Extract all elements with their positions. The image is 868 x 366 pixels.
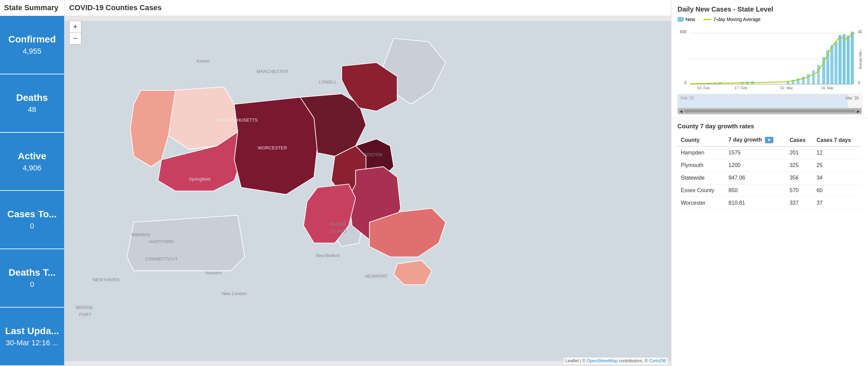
table-row: Worcester 810.81 337 37: [677, 197, 862, 209]
deaths-total-value: 0: [3, 280, 61, 289]
rhode-island-label2: ISLAND: [330, 228, 347, 234]
waterbury-label: Waterbury: [131, 232, 151, 237]
last-updated-label: Last Upda...: [3, 326, 61, 336]
deaths-value: 48: [3, 105, 61, 114]
legend-new: New: [677, 17, 695, 22]
cell-county: Plymouth: [677, 159, 725, 172]
svg-text:16. Mar: 16. Mar: [821, 86, 834, 90]
table-body: Hampden 1575 201 12 Plymouth 1200 325 25…: [677, 146, 862, 209]
cell-cases: 201: [786, 146, 813, 159]
svg-text:400: 400: [858, 30, 862, 34]
table-title: County 7 day growth rates: [677, 123, 862, 130]
cell-growth: 1575: [725, 146, 786, 159]
last-updated-item: Last Upda... 30-Mar 12:16 ...: [0, 308, 64, 366]
cell-growth: 810.81: [725, 197, 786, 209]
cases-total-value: 0: [3, 222, 61, 231]
worcester-county-label: WORCESTER: [258, 145, 287, 150]
table-section: County 7 day growth rates County 7 day g…: [671, 118, 868, 366]
deaths-item: Deaths 48: [0, 74, 64, 133]
map-panel: COVID-19 Counties Cases + −: [64, 0, 671, 366]
cell-cases7: 60: [813, 184, 862, 197]
chart-title: Daily New Cases - State Level: [677, 5, 862, 13]
active-label: Active: [3, 151, 61, 162]
svg-rect-46: [830, 45, 833, 84]
svg-text:03. Feb: 03. Feb: [697, 86, 710, 90]
last-updated-value: 30-Mar 12:16 ...: [3, 338, 61, 347]
cell-cases: 337: [786, 197, 813, 209]
svg-rect-50: [847, 36, 850, 84]
connecticut-label: CONNECTICUT: [145, 256, 178, 261]
chart-svg: 600 0 7-day Moving Average 400 0 03. Feb…: [677, 25, 862, 93]
map-attribution: Leaflet | ©: [566, 358, 587, 363]
cell-cases: 325: [786, 159, 813, 172]
cell-cases7: 25: [813, 159, 862, 172]
scrollbar-track[interactable]: [684, 110, 855, 112]
active-item: Active 4,906: [0, 133, 64, 191]
springfield-label: Springfield: [189, 177, 210, 182]
growth-table: County 7 day growth ▼ Cases Cases 7 days…: [677, 134, 862, 209]
deaths-label: Deaths: [3, 92, 61, 103]
zoom-in-button[interactable]: +: [70, 21, 81, 33]
map-svg: MANCHESTER Keene LOWELL BOSTON WORCESTER…: [64, 16, 671, 366]
rhode-island-label: RHODE: [330, 222, 347, 227]
legend-moving-avg: 7-day Moving Average: [703, 17, 761, 22]
new-london-label: New London: [222, 291, 247, 296]
cartodb-link[interactable]: CartoDB: [649, 358, 666, 363]
new-haven-label: NEW HAVEN: [93, 277, 119, 282]
moving-avg-legend-color: [703, 19, 711, 20]
svg-rect-42: [812, 70, 815, 84]
map-container[interactable]: + −: [64, 16, 671, 366]
new-bedford-label: New Bedford: [316, 253, 340, 258]
svg-text:17. Feb: 17. Feb: [734, 86, 747, 90]
sort-growth-button[interactable]: ▼: [765, 137, 773, 143]
confirmed-label: Confirmed: [3, 34, 61, 45]
zoom-out-button[interactable]: −: [70, 33, 81, 44]
table-row: Hampden 1575 201 12: [677, 146, 862, 159]
bridgeport-label2: PORT: [79, 312, 92, 317]
moving-avg-legend-label: 7-day Moving Average: [713, 17, 761, 22]
table-row: Statewide 947.06 356 34: [677, 172, 862, 184]
state-summary-panel: State Summary Confirmed 4,955 Deaths 48 …: [0, 0, 64, 366]
chart-legend: New 7-day Moving Average: [677, 17, 862, 22]
scrollbar-right-btn[interactable]: ▶: [857, 109, 860, 114]
cell-cases7: 37: [813, 197, 862, 209]
new-legend-color: [677, 17, 684, 22]
osm-link[interactable]: OpenStreetMap: [587, 358, 618, 363]
scrollbar-left-btn[interactable]: ◀: [679, 109, 683, 114]
col-growth: 7 day growth ▼: [725, 134, 786, 146]
cell-county: Essex County: [677, 184, 725, 197]
svg-text:0: 0: [684, 80, 687, 85]
cell-county: Worcester: [677, 197, 725, 209]
svg-text:600: 600: [680, 30, 687, 34]
cell-county: Statewide: [677, 172, 725, 184]
cell-growth: 947.06: [725, 172, 786, 184]
confirmed-value: 4,955: [3, 47, 61, 56]
svg-rect-48: [839, 35, 842, 84]
chart-area: 600 0 7-day Moving Average 400 0 03. Feb…: [677, 25, 862, 93]
boston-label: BOSTON: [363, 152, 382, 157]
cell-growth: 1200: [725, 159, 786, 172]
new-legend-label: New: [686, 17, 695, 22]
cell-county: Hampden: [677, 146, 725, 159]
right-panel: Daily New Cases - State Level New 7-day …: [671, 0, 868, 366]
svg-rect-49: [843, 34, 846, 84]
bridgeport-label: BRIDGE-: [76, 305, 95, 310]
col-cases: Cases: [786, 134, 813, 146]
cell-cases: 570: [786, 184, 813, 197]
col-county: County: [677, 134, 725, 146]
svg-text:7-day Moving: 7-day Moving: [859, 49, 862, 69]
svg-rect-41: [807, 74, 810, 84]
chart-scrollbar[interactable]: Feb '20 Mar '20 ◀ ▶: [677, 94, 862, 114]
svg-text:02. Mar: 02. Mar: [780, 86, 793, 90]
confirmed-item: Confirmed 4,955: [0, 16, 64, 74]
svg-text:0: 0: [858, 80, 860, 85]
svg-marker-2: [127, 215, 245, 271]
chart-section: Daily New Cases - State Level New 7-day …: [671, 0, 868, 118]
map-footer: Leaflet | © OpenStreetMap contributors, …: [564, 358, 668, 364]
table-scroll[interactable]: County 7 day growth ▼ Cases Cases 7 days…: [677, 134, 862, 209]
deaths-total-label: Deaths T...: [3, 267, 61, 278]
svg-rect-47: [834, 42, 837, 84]
svg-rect-51: [851, 32, 854, 84]
scrollbar-nav: ◀ ▶: [678, 108, 862, 114]
newport-label: NEWPORT: [365, 274, 388, 279]
